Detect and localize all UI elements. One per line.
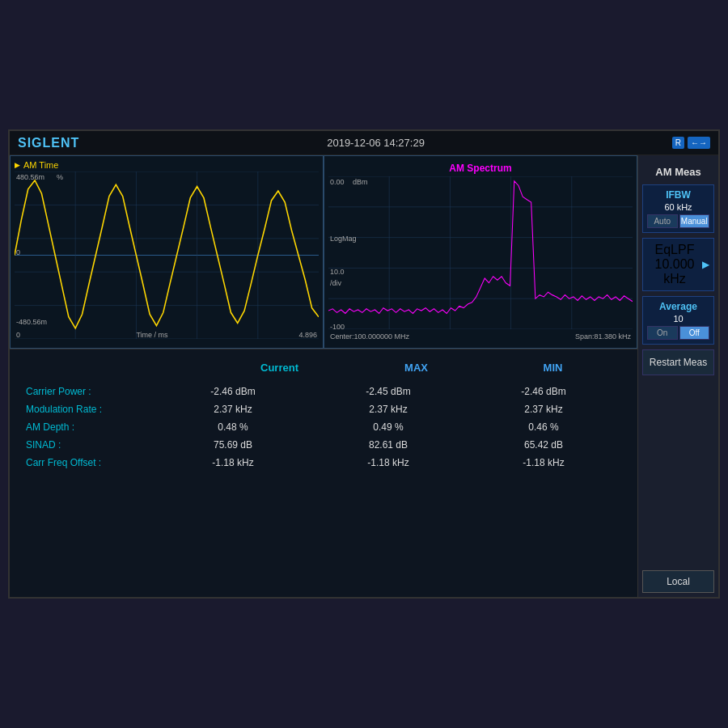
time-y-top: 480.56m <box>16 173 44 181</box>
max-am-depth: 0.49 % <box>348 421 429 433</box>
measurements-panel: Current MAX MIN Carrier Power : -2.46 dB… <box>10 349 637 597</box>
spectrum-x-center: Center:100.000000 MHz <box>330 332 409 341</box>
status-icons: R ←→ <box>672 137 710 149</box>
top-bar: SIGLENT 2019-12-06 14:27:29 R ←→ <box>10 131 718 155</box>
sidebar-title: AM Meas <box>642 159 714 184</box>
values-sinad: 75.69 dB 82.61 dB 65.42 dB <box>155 439 621 451</box>
time-chart-label: AM Time <box>15 160 319 170</box>
max-sinad: 82.61 dB <box>348 439 429 451</box>
restart-meas-button[interactable]: Restart Meas <box>642 349 714 375</box>
instrument-display: SIGLENT 2019-12-06 14:27:29 R ←→ AM Time… <box>8 129 720 599</box>
current-mod-rate: 2.37 kHz <box>193 404 273 415</box>
spectrum-x-span: Span:81.380 kHz <box>575 332 631 341</box>
eqlpf-control[interactable]: EqLPF 10.000 kHz ▶ <box>642 238 714 291</box>
ifbw-value: 60 kHz <box>647 202 709 212</box>
label-carrier-power: Carrier Power : <box>26 386 155 397</box>
values-am-depth: 0.48 % 0.49 % 0.46 % <box>155 421 621 433</box>
spectrum-y-bottom: -100 <box>330 323 345 331</box>
local-button[interactable]: Local <box>642 570 714 593</box>
average-value: 10 <box>647 314 709 324</box>
label-am-depth: AM Depth : <box>26 421 155 433</box>
time-y-zero: 0 <box>16 248 20 256</box>
spectrum-chart: AM Spectrum 0.00 dBm LogMag 10.0 /div -1… <box>324 155 637 349</box>
meas-row-sinad: SINAD : 75.69 dB 82.61 dB 65.42 dB <box>26 439 621 451</box>
values-mod-rate: 2.37 kHz 2.37 kHz 2.37 kHz <box>155 404 621 415</box>
max-carr-freq: -1.18 kHz <box>348 457 429 468</box>
time-y-bottom: -480.56m <box>16 318 47 326</box>
on-off-row: On Off <box>647 326 709 340</box>
off-button[interactable]: Off <box>679 326 710 340</box>
status-r: R <box>672 137 684 149</box>
min-carrier-power: -2.46 dBm <box>503 386 584 397</box>
current-am-depth: 0.48 % <box>193 421 273 433</box>
max-mod-rate: 2.37 kHz <box>348 404 429 415</box>
main-area: AM Time 480.56m % 0 -480.56m <box>10 155 718 597</box>
time-waveform-svg <box>15 171 319 339</box>
spectrum-y-label: LogMag <box>330 235 357 243</box>
meas-header: Current MAX MIN <box>26 362 621 378</box>
meas-row-am-depth: AM Depth : 0.48 % 0.49 % 0.46 % <box>26 421 621 433</box>
min-carr-freq: -1.18 kHz <box>503 457 584 468</box>
spectrum-title: AM Spectrum <box>449 163 511 174</box>
col-max-header: MAX <box>376 362 457 374</box>
values-carr-freq: -1.18 kHz -1.18 kHz -1.18 kHz <box>155 457 621 468</box>
spectrum-y-div: 10.0 <box>330 268 345 276</box>
status-arrows: ←→ <box>688 137 710 149</box>
label-sinad: SINAD : <box>26 439 155 451</box>
spectrum-y-top: 0.00 <box>330 178 345 186</box>
svg-rect-12 <box>328 176 633 329</box>
label-mod-rate: Modulation Rate : <box>26 404 155 415</box>
current-carrier-power: -2.46 dBm <box>193 386 273 397</box>
time-chart: AM Time 480.56m % 0 -480.56m <box>10 155 324 349</box>
min-mod-rate: 2.37 kHz <box>503 404 584 415</box>
spectrum-y-unit: dBm <box>353 178 368 186</box>
sidebar: AM Meas IFBW 60 kHz Auto Manual EqLPF 10… <box>637 155 718 597</box>
col-current-header: Current <box>239 362 320 374</box>
min-sinad: 65.42 dB <box>503 439 584 451</box>
min-am-depth: 0.46 % <box>503 421 584 433</box>
auto-manual-row: Auto Manual <box>647 214 709 228</box>
ifbw-control[interactable]: IFBW 60 kHz Auto Manual <box>642 184 714 233</box>
meas-row-carr-freq: Carr Freq Offset : -1.18 kHz -1.18 kHz -… <box>26 457 621 468</box>
time-x-unit: Time / ms <box>136 331 167 339</box>
spectrum-y-div-label: /div <box>330 279 341 287</box>
col-min-header: MIN <box>513 362 594 374</box>
on-button[interactable]: On <box>647 326 678 340</box>
values-carrier-power: -2.46 dBm -2.45 dBm -2.46 dBm <box>155 386 621 397</box>
time-x-end: 4.896 <box>298 331 317 339</box>
time-x-start: 0 <box>16 331 20 339</box>
charts-row: AM Time 480.56m % 0 -480.56m <box>10 155 637 349</box>
auto-button[interactable]: Auto <box>647 214 678 228</box>
label-carr-freq: Carr Freq Offset : <box>26 457 155 468</box>
chevron-right-icon: ▶ <box>702 259 709 270</box>
ifbw-label: IFBW <box>647 189 709 201</box>
average-label: Average <box>647 301 709 312</box>
display-area: AM Time 480.56m % 0 -480.56m <box>10 155 637 597</box>
average-control[interactable]: Average 10 On Off <box>642 296 714 345</box>
eqlpf-content: EqLPF 10.000 kHz <box>647 243 702 286</box>
logo: SIGLENT <box>18 136 79 150</box>
meas-row-mod-rate: Modulation Rate : 2.37 kHz 2.37 kHz 2.37… <box>26 404 621 415</box>
current-sinad: 75.69 dB <box>193 439 273 451</box>
max-carrier-power: -2.45 dBm <box>348 386 429 397</box>
manual-button[interactable]: Manual <box>679 214 710 228</box>
time-y-unit: % <box>57 173 63 181</box>
eqlpf-value: 10.000 kHz <box>655 257 695 286</box>
datetime: 2019-12-06 14:27:29 <box>327 137 425 149</box>
meas-row-carrier-power: Carrier Power : -2.46 dBm -2.45 dBm -2.4… <box>26 386 621 397</box>
spectrum-svg <box>328 176 633 329</box>
current-carr-freq: -1.18 kHz <box>193 457 273 468</box>
eqlpf-label: EqLPF <box>655 243 695 256</box>
